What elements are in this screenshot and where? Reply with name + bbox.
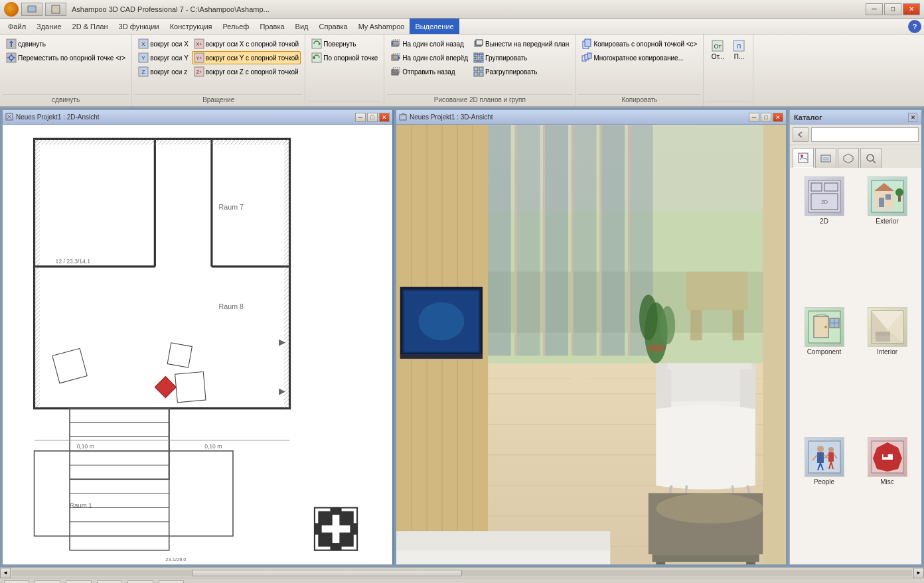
ribbon-rot-y-anchor[interactable]: Y+ вокруг оси Y с опорной точкой xyxy=(192,51,301,64)
maximize-button[interactable]: □ xyxy=(884,3,901,15)
catalog-tab-search[interactable] xyxy=(860,148,882,168)
ribbon-p-btn[interactable]: П П... xyxy=(729,37,749,62)
ungroup-label: Разгруппировать xyxy=(485,68,537,76)
scroll-right-btn[interactable]: ► xyxy=(913,568,924,578)
svg-rect-29 xyxy=(476,40,483,45)
catalog-tab-3d[interactable] xyxy=(838,148,859,168)
app-logo xyxy=(4,2,19,17)
svg-rect-135 xyxy=(690,310,702,340)
menu-relief[interactable]: Рельеф xyxy=(218,19,255,34)
minimize-button[interactable]: ─ xyxy=(866,3,883,15)
svg-rect-147 xyxy=(653,554,759,562)
menu-view[interactable]: Вид xyxy=(290,19,314,34)
ribbon-rot-x[interactable]: X вокруг оси X xyxy=(136,37,191,50)
viewport-2d-minimize[interactable]: ─ xyxy=(355,113,366,122)
viewport-3d-maximize[interactable]: □ xyxy=(761,113,771,122)
catalog-thumb-component xyxy=(805,307,844,347)
menu-myashampoo[interactable]: My Ashampoo xyxy=(353,19,410,34)
ribbon-group-extra-title xyxy=(706,101,750,105)
close-button[interactable]: ✕ xyxy=(903,3,920,15)
status-tab-ra2[interactable]: Ра... xyxy=(159,580,184,584)
svg-text:0,10 m: 0,10 m xyxy=(204,443,222,450)
catalog-item-component[interactable]: Component xyxy=(795,304,853,429)
ribbon-copy-anchor[interactable]: Копировать с опорной точкой <c> xyxy=(579,37,699,50)
svg-rect-149 xyxy=(746,562,755,564)
catalog-item-exterior[interactable]: Exterior xyxy=(858,173,916,298)
ribbon-rot-y[interactable]: Y вокруг оси Y xyxy=(136,51,191,64)
catalog-item-misc[interactable]: Misc xyxy=(858,434,916,559)
svg-rect-171 xyxy=(886,194,891,200)
ribbon-layer-back[interactable]: На один слой назад xyxy=(388,37,470,50)
ribbon-shift-btn[interactable]: сдвинуть xyxy=(4,37,127,50)
catalog-tab-list[interactable] xyxy=(815,148,836,168)
viewport-3d-content: Neues Projekt1 : 3D-Ansicht ─ □ ✕ xyxy=(396,110,786,564)
svg-text:23.1/28.0: 23.1/28.0 xyxy=(165,556,186,562)
status-tab-ra1[interactable]: Ра... xyxy=(97,580,122,584)
ribbon-multi-copy[interactable]: Многократное копирование... xyxy=(579,51,699,64)
send-back-icon xyxy=(390,66,401,77)
svg-rect-153 xyxy=(763,125,786,564)
horizontal-scrollbar[interactable]: ◄ ► xyxy=(0,567,924,578)
scroll-thumb[interactable] xyxy=(192,570,462,576)
svg-rect-157 xyxy=(821,155,830,162)
svg-rect-49 xyxy=(13,125,382,564)
ribbon-group-extra: От От... П П... xyxy=(704,34,753,106)
scroll-track[interactable] xyxy=(12,570,912,576)
ribbon-send-back[interactable]: Отправить назад xyxy=(388,65,470,78)
menu-help[interactable]: Справка xyxy=(314,19,353,34)
catalog-item-interior[interactable]: Interior xyxy=(858,304,916,429)
ot-label: От... xyxy=(712,53,725,60)
viewport-3d-minimize[interactable]: ─ xyxy=(749,113,759,122)
menu-3dfunc[interactable]: 3D функции xyxy=(114,19,165,34)
catalog-back-btn[interactable] xyxy=(793,127,809,142)
menu-building[interactable]: Здание xyxy=(31,19,67,34)
scroll-left-btn[interactable]: ◄ xyxy=(0,568,11,578)
ribbon-turn-anchor-btn[interactable]: По опорной точке xyxy=(309,51,380,64)
menu-edit[interactable]: Правка xyxy=(254,19,289,34)
shift-anchor-label: Переместить по опорной точке <r> xyxy=(18,54,125,62)
ribbon-layer-forward[interactable]: На один слой вперёд xyxy=(388,51,470,64)
rot-y-icon: Y xyxy=(138,52,149,63)
viewport-2d[interactable]: Neues Projekt1 : 2D-Ansicht ─ □ ✕ Raum 7… xyxy=(3,110,394,564)
menu-file[interactable]: Файл xyxy=(3,19,31,34)
toolbar-btn[interactable] xyxy=(21,3,42,16)
menu-construction[interactable]: Конструкция xyxy=(165,19,218,34)
viewport-2d-maximize[interactable]: □ xyxy=(367,113,378,122)
ribbon-group-copy-title: Копировать xyxy=(578,94,700,105)
turn-label: Повернуть xyxy=(323,40,356,48)
catalog-item-people[interactable]: People xyxy=(795,434,853,559)
ribbon-ot-btn[interactable]: От От... xyxy=(708,37,728,62)
ribbon-shift-anchor-btn[interactable]: Переместить по опорной точке <r> xyxy=(4,51,127,64)
svg-rect-134 xyxy=(686,272,747,310)
catalog-tab-images[interactable] xyxy=(793,148,814,168)
menu-selection[interactable]: Выделение xyxy=(410,19,459,34)
ribbon-turn-btn[interactable]: Повернуть xyxy=(309,37,380,50)
ribbon-group-btn[interactable]: Группировать xyxy=(471,51,571,64)
menu-2dplan[interactable]: 2D & План xyxy=(67,19,114,34)
svg-rect-93 xyxy=(400,115,406,120)
svg-rect-33 xyxy=(479,58,483,62)
toolbar-btn-2[interactable] xyxy=(45,3,66,16)
status-tab-pr[interactable]: Пр... xyxy=(35,580,60,584)
rot-z-icon: Z xyxy=(138,66,149,77)
viewport-2d-close[interactable]: ✕ xyxy=(379,113,390,122)
help-icon[interactable]: ? xyxy=(908,20,921,33)
viewport-3d[interactable]: Neues Projekt1 : 3D-Ansicht ─ □ ✕ xyxy=(396,110,786,564)
status-tab-ka[interactable]: Ка... xyxy=(4,580,29,584)
ribbon-ungroup-btn[interactable]: Разгруппировать xyxy=(471,65,571,78)
status-tab-3d[interactable]: 3D... xyxy=(66,580,92,584)
copy-anchor-icon xyxy=(581,38,592,49)
ribbon-rot-z[interactable]: Z вокруг оси z xyxy=(136,65,191,78)
ribbon-bring-front[interactable]: Вынести на передний план xyxy=(471,37,571,50)
status-tab-sp[interactable]: Сп... xyxy=(127,580,153,584)
ribbon-rot-x-anchor[interactable]: X+ вокруг оси X с опорной точкой xyxy=(192,37,301,50)
rot-x-icon: X xyxy=(138,38,149,49)
catalog-close-btn[interactable]: ✕ xyxy=(908,113,917,122)
svg-rect-141 xyxy=(668,363,752,369)
svg-point-128 xyxy=(418,302,464,341)
svg-text:Raum 1: Raum 1 xyxy=(70,501,92,509)
viewport-3d-close[interactable]: ✕ xyxy=(773,113,783,122)
svg-rect-129 xyxy=(400,354,483,359)
ribbon-rot-z-anchor[interactable]: Z+ вокруг оси Z с опорной точкой xyxy=(192,65,301,78)
catalog-item-2d[interactable]: 2D 2D xyxy=(795,173,853,298)
